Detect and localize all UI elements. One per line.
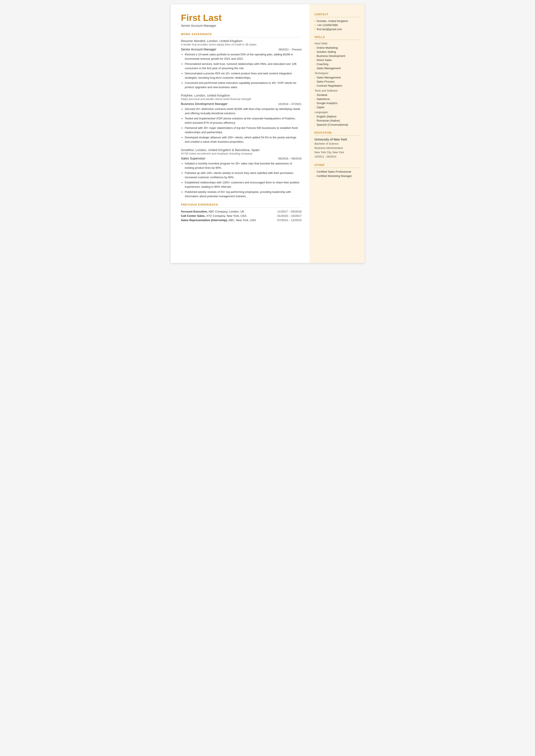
prev-exp-label-2: Call Center Sales, XYZ Company, New York… [181, 214, 246, 217]
skills-title: SKILLS [315, 36, 359, 40]
bullet-2-3: Partnered with 30+ major stakeholders of… [185, 126, 302, 134]
prev-exp-row-1: Account Executive, ABC Company, London, … [181, 210, 302, 213]
bullet-1-3: Demonstrated a precise ROI via 10+ conte… [185, 71, 302, 80]
job-block-2: Polyhire, London, United Kingdom Helps p… [181, 94, 302, 144]
main-column: First Last Senior Account Manager WORK E… [171, 4, 309, 263]
bullet-1-1: Revived a 10-week sales portfolio to exc… [185, 52, 302, 61]
company-name-2: Polyhire, London, United Kingdom [181, 94, 302, 98]
bullet-2-1: Secured 20+ distinctive contracts worth … [185, 107, 302, 115]
hard-skill-3: Business Development [315, 54, 359, 58]
job-dates-3: 06/2018 – 09/2019 [278, 157, 301, 160]
skills-section: SKILLS Hard Skills: Online Marketing Sol… [315, 36, 359, 126]
bullet-2-4: Developed strategic alliances with 200+ … [185, 135, 302, 144]
job-title-2: Business Development Manager [181, 102, 228, 106]
education-section: EDUCATION University of New York Bachelo… [315, 131, 359, 159]
language-1: English (Native) [315, 115, 359, 118]
sidebar: CONTACT Dundee, United Kingdom +44 12345… [309, 4, 365, 263]
tool-1: Zendesk [315, 93, 359, 97]
technique-1: Sales Management [315, 76, 359, 79]
job-title-1: Senior Account Manager [181, 47, 216, 51]
previous-experience-section: PREVIOUS EXPERIENCE Account Executive, A… [181, 203, 302, 222]
job-row-2: Business Development Manager 10/2019 – 0… [181, 102, 302, 106]
hard-skill-6: Sales Management [315, 67, 359, 70]
technique-3: Contract Negotiation [315, 84, 359, 88]
contact-location: Dundee, United Kingdom [315, 19, 359, 23]
tool-2: Salesforce [315, 98, 359, 101]
edu-degree: Bachelor of Science Business Administrat… [315, 142, 359, 159]
contact-phone: +44 1234567890 [315, 23, 359, 27]
job-dates-1: 08/2021 – Present [279, 48, 301, 51]
job-row-3: Sales Supervisor 06/2018 – 09/2019 [181, 156, 302, 160]
company-tagline-3: NYSE-listed recruitment and employer bra… [181, 152, 302, 155]
bullet-3-1: Initiated a monthly incentive program fo… [185, 161, 302, 170]
company-rest-1: London, United Kingdom [206, 39, 242, 43]
company-label-1: Resume Worded, [181, 39, 206, 43]
prev-exp-date-2: 01/2016 – 10/2017 [277, 214, 302, 217]
bullet-3-3: Established relationships with 1200+ cus… [185, 181, 302, 189]
bullet-2-2: Tested and implemented VOIP phone soluti… [185, 116, 302, 125]
work-experience-title: WORK EXPERIENCE [181, 33, 302, 37]
prev-exp-date-3: 07/2014 – 12/2015 [277, 218, 302, 222]
hard-skill-5: Coaching [315, 63, 359, 66]
tool-3: Google Analytics [315, 101, 359, 105]
company-rest-2: London, United Kingdom [193, 94, 230, 97]
job-block-3: Growthsi, London, United Kingdom & Barce… [181, 148, 302, 198]
job-row-1: Senior Account Manager 08/2021 – Present [181, 47, 302, 51]
tools-label: Tools and Software: [315, 89, 359, 92]
company-label-3: Growthsi, [181, 148, 195, 152]
candidate-name: First Last [181, 13, 302, 23]
job-block-1: Resume Worded, London, United Kingdom A … [181, 39, 302, 89]
contact-title: CONTACT [315, 13, 359, 17]
company-rest-3: London, United Kingdom & Barcelona, Spai… [195, 148, 260, 152]
hard-skills-label: Hard Skills: [315, 42, 359, 45]
other-title: OTHER [315, 164, 359, 168]
bullet-1-2: Personalized services, built trust, nurt… [185, 62, 302, 70]
bullet-1-4: Conceived and performed online executive… [185, 81, 302, 89]
hard-skill-1: Online Marketing [315, 46, 359, 49]
prev-exp-row-3: Sales Representative (Internship), ABC, … [181, 218, 302, 222]
bullet-3-2: Followed up with 140+ clients weekly to … [185, 171, 302, 179]
techniques-label: Techniques: [315, 72, 359, 75]
education-title: EDUCATION [315, 131, 359, 136]
hard-skill-4: Direct Sales [315, 58, 359, 62]
prev-exp-label-1: Account Executive, ABC Company, London, … [181, 210, 244, 213]
bullet-list-1: Revived a 10-week sales portfolio to exc… [185, 52, 302, 89]
contact-email: first.last@gmail.com [315, 28, 359, 31]
candidate-title: Senior Account Manager [181, 24, 302, 27]
company-name-1: Resume Worded, London, United Kingdom [181, 39, 302, 43]
contact-section: CONTACT Dundee, United Kingdom +44 12345… [315, 13, 359, 31]
tool-4: Zapier [315, 106, 359, 109]
prev-exp-row-2: Call Center Sales, XYZ Company, New York… [181, 214, 302, 217]
job-title-3: Sales Supervisor [181, 156, 205, 160]
prev-exp-label-3: Sales Representative (Internship), ABC, … [181, 218, 256, 222]
previous-experience-title: PREVIOUS EXPERIENCE [181, 203, 302, 208]
company-label-2: Polyhire, [181, 94, 193, 97]
languages-label: Languages: [315, 111, 359, 114]
language-2: Romanian (Native) [315, 119, 359, 123]
company-tagline-2: Helps personal and wealth clients build … [181, 98, 302, 101]
bullet-list-2: Secured 20+ distinctive contracts worth … [185, 107, 302, 144]
other-section: OTHER Certified Sales Professional Certi… [315, 164, 359, 178]
prev-exp-date-1: 11/2017 – 05/2018 [277, 210, 302, 213]
company-name-3: Growthsi, London, United Kingdom & Barce… [181, 148, 302, 152]
other-cert-1: Certified Sales Professional [315, 170, 359, 174]
company-tagline-1: A lender that provides home equity lines… [181, 43, 302, 46]
job-dates-2: 10/2019 – 07/2021 [278, 102, 301, 106]
work-experience-section: WORK EXPERIENCE Resume Worded, London, U… [181, 33, 302, 198]
edu-school: University of New York [315, 138, 359, 141]
bullet-list-3: Initiated a monthly incentive program fo… [185, 161, 302, 198]
resume-container: First Last Senior Account Manager WORK E… [171, 4, 365, 263]
bullet-3-4: Published weekly reviews of 50+ top-perf… [185, 190, 302, 198]
language-3: Spanish (Conversational) [315, 123, 359, 126]
technique-2: Sales Process [315, 80, 359, 83]
other-cert-2: Certified Marketing Manager [315, 174, 359, 178]
hard-skill-2: Solution Selling [315, 50, 359, 54]
